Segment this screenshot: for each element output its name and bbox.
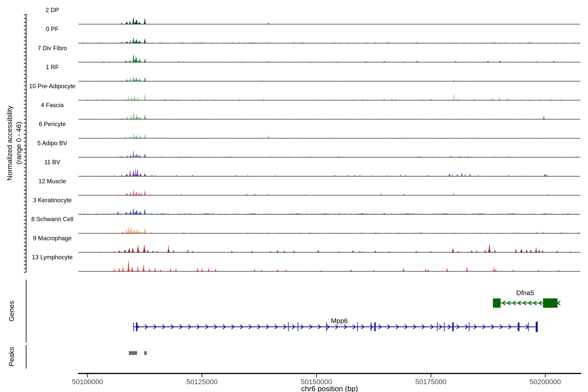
- track-area-12-muscle: [78, 190, 580, 195]
- accessibility-axis-tick: [24, 134, 26, 134]
- accessibility-axis-tick: [24, 152, 26, 153]
- accessibility-axis-tick: [24, 14, 26, 15]
- track-area-1-rf: [78, 77, 580, 81]
- track-area-5-adipo-bv: [78, 150, 580, 157]
- track-label-2-dp: 2 DP: [16, 7, 88, 14]
- track-baseline: [78, 157, 580, 158]
- accessibility-axis-tick: [24, 59, 26, 60]
- accessibility-axis-tick: [24, 208, 26, 209]
- gene-name-mpp6: Mpp6: [331, 317, 348, 324]
- track-area-10-pre-adipocyte: [78, 94, 580, 100]
- x-axis-tick: [202, 374, 202, 378]
- accessibility-axis-tick: [24, 115, 26, 116]
- track-label-13-lymphocyte: 13 Lymphocyte: [16, 254, 88, 261]
- track-label-10-pre-adipocyte: 10 Pre-Adipocyte: [16, 83, 88, 90]
- gene-exon-mpp6: [374, 322, 376, 331]
- accessibility-axis-tick: [24, 100, 26, 101]
- gene-exon-mpp6: [444, 322, 444, 331]
- gene-exon-dfna5: [543, 298, 558, 308]
- gene-exon-mpp6: [357, 322, 358, 331]
- genome-browser-figure: Dfna5Mpp65010000050125000501500005017500…: [0, 0, 588, 392]
- track-label-0-pf: 0 PF: [16, 26, 88, 32]
- track-baseline: [78, 252, 580, 253]
- gene-exon-mpp6: [298, 322, 298, 331]
- accessibility-axis-tick: [24, 112, 26, 112]
- track-baseline: [78, 271, 580, 272]
- accessibility-axis-tick: [24, 37, 26, 38]
- gene-exon-mpp6: [371, 322, 372, 331]
- track-area-4-fascia: [78, 113, 580, 119]
- track-baseline: [78, 176, 580, 176]
- track-label-12-muscle: 12 Muscle: [16, 178, 88, 185]
- genes-section-label: Genes: [8, 301, 16, 322]
- x-axis-tick-label: 50100000: [72, 378, 103, 386]
- gene-exon-mpp6: [133, 322, 134, 331]
- accessibility-axis-tick: [24, 40, 26, 41]
- track-label-5-adipo-bv: 5 Adipo BV: [16, 140, 88, 147]
- accessibility-axis-tick: [24, 227, 26, 228]
- called-peak-box: [144, 351, 147, 355]
- gene-exon-dfna5: [493, 298, 500, 308]
- x-axis-tick-label: 50200000: [530, 378, 561, 386]
- track-area-8-schwann-cell: [78, 226, 580, 234]
- gene-exon-mpp6: [528, 322, 529, 331]
- gene-exon-mpp6: [326, 322, 327, 331]
- accessibility-axis-tick: [24, 82, 26, 82]
- track-area-7-div-fibro: [78, 54, 580, 62]
- accessibility-axis-tick: [24, 171, 26, 172]
- peaks-section-bracket: [26, 345, 26, 368]
- accessibility-axis-tick: [24, 149, 26, 150]
- accessibility-axis-tick: [24, 74, 26, 75]
- track-label-9-macrophage: 9 Macrophage: [16, 235, 88, 242]
- track-label-1-rf: 1 RF: [16, 64, 88, 70]
- accessibility-axis-tick: [24, 93, 26, 94]
- track-label-7-div-fibro: 7 Div Fibro: [16, 45, 88, 52]
- accessibility-axis-tick: [24, 63, 26, 64]
- accessibility-axis-tick: [24, 205, 26, 206]
- x-axis-tick: [430, 374, 431, 378]
- accessibility-axis-tick: [24, 242, 26, 243]
- track-label-3-keratinocyte: 3 Keratinocyte: [16, 197, 88, 204]
- accessibility-axis-tick: [24, 52, 26, 52]
- peaks-section-label: Peaks: [8, 347, 16, 366]
- track-label-11-bv: 11 BV: [16, 159, 88, 166]
- accessibility-axis-tick: [24, 168, 26, 168]
- accessibility-axis-tick: [24, 261, 26, 262]
- gene-exon-mpp6: [288, 322, 289, 331]
- gene-exon-mpp6: [518, 322, 520, 331]
- x-axis-tick-label: 50175000: [415, 378, 446, 386]
- accessibility-axis-tick: [24, 138, 26, 138]
- accessibility-axis-tick: [24, 119, 26, 120]
- track-baseline: [78, 24, 580, 24]
- accessibility-axis-tick: [24, 130, 26, 131]
- accessibility-axis-tick: [24, 78, 26, 79]
- x-axis-line: [78, 373, 581, 374]
- x-axis-title: chr6 position (bp): [301, 384, 358, 392]
- accessibility-axis-tick: [24, 175, 26, 176]
- track-area-3-keratinocyte: [78, 208, 580, 214]
- accessibility-axis-tick: [24, 33, 26, 34]
- track-area-2-dp: [78, 17, 580, 24]
- accessibility-axis-tick: [24, 96, 26, 97]
- accessibility-axis-tick: [24, 264, 26, 265]
- y-axis-range-label: (range 0 - 46): [15, 122, 23, 164]
- genes-section-bracket: [26, 280, 26, 343]
- x-axis-tick: [545, 374, 546, 378]
- accessibility-axis-tick: [24, 194, 26, 194]
- y-axis-label: Normalized accessibility: [6, 106, 14, 181]
- x-axis-tick-label: 50125000: [186, 378, 218, 386]
- accessibility-axis-tick: [24, 250, 26, 250]
- accessibility-axis-tick: [24, 268, 26, 269]
- x-axis-tick: [316, 374, 317, 378]
- track-area-0-pf: [78, 38, 580, 43]
- gene-name-dfna5: Dfna5: [516, 289, 534, 296]
- track-baseline: [78, 138, 580, 138]
- x-axis-tick: [87, 374, 88, 378]
- tracks-plot: Dfna5Mpp65010000050125000501500005017500…: [0, 0, 588, 392]
- called-peak-box: [129, 351, 137, 355]
- gene-exon-mpp6: [469, 322, 470, 331]
- accessibility-axis-tick: [24, 224, 26, 224]
- track-label-4-fascia: 4 Fascia: [16, 102, 88, 108]
- track-area-11-bv: [78, 168, 580, 176]
- accessibility-axis-tick: [24, 55, 26, 56]
